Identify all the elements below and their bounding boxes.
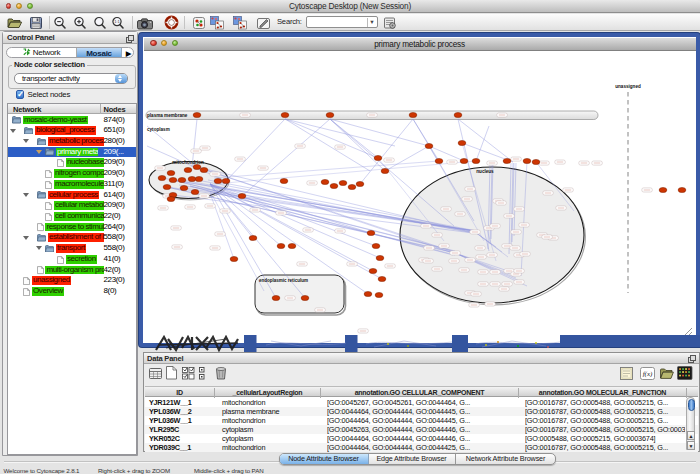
svg-text:mitochondrion: mitochondrion: [172, 160, 204, 165]
svg-text:endoplasmic reticulum: endoplasmic reticulum: [259, 278, 308, 283]
svg-text:f(x): f(x): [643, 370, 653, 378]
svg-text:1:1: 1:1: [114, 19, 120, 24]
svg-text:cytoplasm: cytoplasm: [147, 127, 170, 132]
svg-text:unassigned: unassigned: [615, 84, 641, 89]
svg-text:plasma membrane: plasma membrane: [147, 113, 188, 118]
svg-text:nucleus: nucleus: [476, 169, 494, 174]
